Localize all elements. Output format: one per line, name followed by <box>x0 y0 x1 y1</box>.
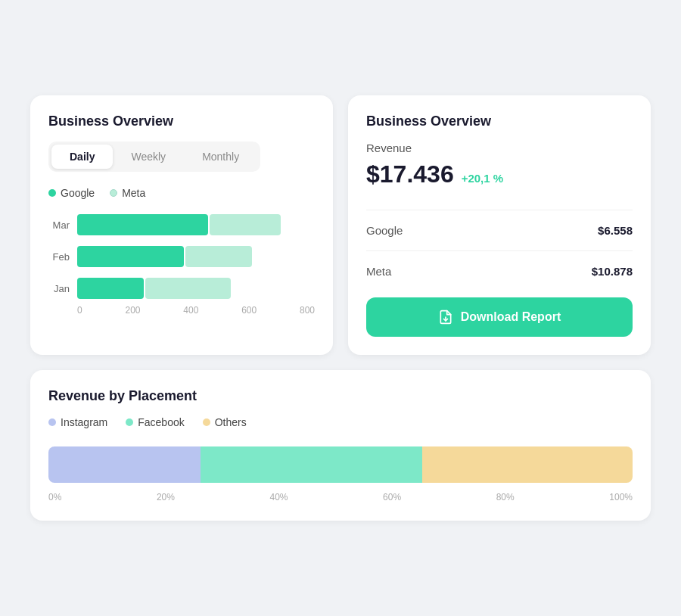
placement-x-axis: 0% 20% 40% 60% 80% 100% <box>48 492 633 502</box>
legend-others: Others <box>203 416 247 428</box>
legend-others-dot <box>203 418 210 426</box>
revenue-label: Revenue <box>366 142 633 154</box>
metric-name-meta: Meta <box>366 265 391 278</box>
left-card-title: Business Overview <box>48 114 315 129</box>
legend-google-dot <box>48 189 56 197</box>
legend-instagram: Instagram <box>48 416 107 428</box>
x-label-800: 800 <box>300 305 315 316</box>
placement-segment-facebook <box>201 446 422 483</box>
page-wrapper: Business Overview Daily Weekly Monthly G… <box>15 80 666 536</box>
bar-row-mar: Mar <box>48 214 315 235</box>
bar-google-mar <box>77 214 208 235</box>
bar-meta-feb <box>185 246 252 267</box>
tab-monthly[interactable]: Monthly <box>184 145 257 169</box>
top-row: Business Overview Daily Weekly Monthly G… <box>30 95 651 355</box>
placement-legend: Instagram Facebook Others <box>48 416 633 428</box>
legend-google: Google <box>48 187 95 199</box>
x-label-200: 200 <box>125 305 140 316</box>
bar-label-mar: Mar <box>48 219 70 231</box>
legend-meta-label: Meta <box>122 187 145 199</box>
download-report-label: Download Report <box>461 310 561 324</box>
bar-row-jan: Jan <box>48 278 315 299</box>
placement-bar <box>48 446 633 483</box>
legend-facebook-label: Facebook <box>138 416 184 428</box>
right-card: Business Overview Revenue $17.436 +20,1 … <box>348 95 651 355</box>
placement-x-20: 20% <box>157 492 175 502</box>
metric-value-meta: $10.878 <box>592 265 633 278</box>
download-report-button[interactable]: Download Report <box>366 297 633 337</box>
x-axis: 0 200 400 600 800 <box>77 305 315 316</box>
bar-track-jan <box>77 278 315 299</box>
bar-google-feb <box>77 246 184 267</box>
left-card: Business Overview Daily Weekly Monthly G… <box>30 95 333 355</box>
legend-facebook: Facebook <box>126 416 184 428</box>
bar-meta-jan <box>145 278 231 299</box>
metric-value-google: $6.558 <box>598 224 633 237</box>
chart-legend: Google Meta <box>48 187 315 199</box>
bar-label-feb: Feb <box>48 251 70 263</box>
metric-row-google: Google $6.558 <box>366 216 633 244</box>
download-icon <box>438 310 453 325</box>
x-label-0: 0 <box>77 305 82 316</box>
right-card-title: Business Overview <box>366 114 633 129</box>
x-label-600: 600 <box>241 305 257 316</box>
bar-row-feb: Feb <box>48 246 315 267</box>
bar-label-jan: Jan <box>48 283 70 294</box>
bar-google-jan <box>77 278 144 299</box>
metric-row-meta: Meta $10.878 <box>366 257 633 285</box>
placement-bar-container <box>48 446 633 483</box>
bottom-card: Revenue by Placement Instagram Facebook … <box>30 370 651 521</box>
revenue-value-row: $17.436 +20,1 % <box>366 160 633 188</box>
tab-switcher: Daily Weekly Monthly <box>48 142 260 172</box>
bar-track-feb <box>77 246 315 267</box>
placement-x-100: 100% <box>609 492 633 502</box>
bar-track-mar <box>77 214 315 235</box>
x-label-400: 400 <box>183 305 198 316</box>
bar-chart: Mar Feb Jan <box>48 214 315 299</box>
legend-meta-dot <box>110 189 117 197</box>
legend-google-label: Google <box>61 187 95 199</box>
revenue-change: +20,1 % <box>462 172 503 185</box>
legend-meta: Meta <box>110 187 145 199</box>
tab-weekly[interactable]: Weekly <box>113 145 184 169</box>
legend-instagram-label: Instagram <box>61 416 107 428</box>
divider-top <box>366 210 633 210</box>
placement-x-0: 0% <box>48 492 61 502</box>
placement-x-60: 60% <box>383 492 401 502</box>
legend-others-label: Others <box>215 416 247 428</box>
divider-mid <box>366 250 633 251</box>
placement-x-80: 80% <box>496 492 515 502</box>
metric-name-google: Google <box>366 224 403 237</box>
bar-meta-mar <box>210 214 281 235</box>
legend-instagram-dot <box>48 418 56 426</box>
tab-daily[interactable]: Daily <box>51 145 113 169</box>
placement-segment-instagram <box>48 446 201 483</box>
bottom-card-title: Revenue by Placement <box>48 388 633 404</box>
legend-facebook-dot <box>126 418 133 426</box>
placement-segment-others <box>422 446 633 483</box>
revenue-amount: $17.436 <box>366 160 454 188</box>
placement-x-40: 40% <box>270 492 288 502</box>
